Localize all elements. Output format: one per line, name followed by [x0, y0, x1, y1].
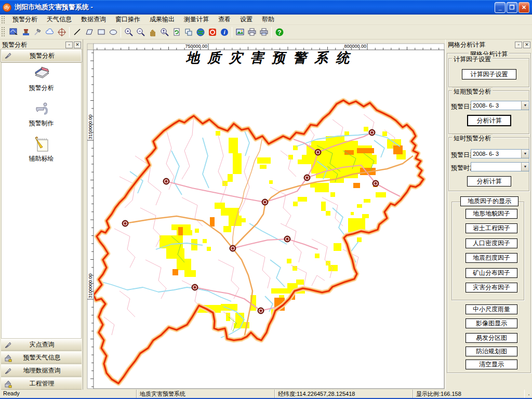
minimize-button[interactable]: _ [495, 2, 506, 13]
pin-icon[interactable]: ▫ [65, 42, 73, 48]
factor-display-header-button[interactable]: 地质因子的显示 [460, 196, 518, 206]
print-icon[interactable] [246, 26, 258, 38]
toolbar-grip[interactable] [1, 26, 5, 38]
left-group-bar[interactable]: 预警分析 [1, 49, 82, 62]
copy-layers-icon[interactable] [182, 26, 194, 38]
menu-window-ops[interactable]: 窗口操作 [111, 14, 145, 25]
short-time-analyze-button[interactable]: 分析计算 [467, 176, 511, 187]
menu-data-query[interactable]: 数据查询 [76, 14, 111, 25]
combo-value: 2008- 6- 3 [471, 101, 521, 110]
combo-value: 2008- 6- 3 [471, 150, 521, 158]
susceptibility-map-button[interactable]: 易发分区图 [466, 333, 517, 343]
menu-weather-info[interactable]: 天气信息 [42, 14, 76, 25]
draw-ellipse-icon[interactable] [107, 26, 119, 38]
short-time-date-combo[interactable]: 2008- 6- 3 ▼ [471, 149, 529, 158]
close-button[interactable]: ✕ [518, 2, 529, 13]
map-select-icon[interactable] [8, 26, 20, 38]
restore-button[interactable]: ❐ [507, 2, 517, 13]
hammer-icon[interactable] [32, 26, 44, 38]
short-time-times-combo[interactable]: ▼ [471, 162, 529, 171]
left-group-title: 预警分析 [12, 51, 81, 60]
chevron-down-icon[interactable]: ▼ [521, 150, 529, 158]
image-display-button[interactable]: 影像图显示 [466, 318, 517, 328]
menu-measure-calc[interactable]: 测量计算 [179, 14, 214, 25]
rainfall-button[interactable]: 中小尺度雨量 [466, 304, 517, 314]
center-target-icon[interactable] [56, 26, 68, 38]
left-sidebar: 预警分析 ▫ ✕ 预警分析 预警分析 预警制作 [0, 39, 83, 390]
sidebar-item-project-mgmt[interactable]: 工程管理 [1, 378, 82, 390]
sidebar-item-disaster-query[interactable]: 灾点查询 [1, 339, 82, 351]
seismic-factor-button[interactable]: 地震烈度因子 [466, 253, 517, 263]
sidebar-bar-label: 灾点查询 [12, 340, 82, 349]
menu-warning-analysis[interactable]: 预警分析 [8, 14, 42, 25]
chevron-down-icon[interactable]: ▼ [521, 101, 529, 110]
toolbar-separator [121, 27, 121, 37]
tools-icon [4, 380, 12, 388]
chevron-down-icon[interactable]: ▼ [521, 163, 529, 171]
menu-grip[interactable] [1, 16, 5, 23]
menu-view[interactable]: 查看 [214, 14, 235, 25]
map-canvas[interactable]: 750000.00800000.003150000.003100000.00地 … [83, 39, 445, 390]
sidebar-bar-label: 预警天气信息 [12, 353, 82, 362]
print-setup-icon[interactable] [258, 26, 270, 38]
menu-help[interactable]: 帮助 [257, 14, 279, 25]
sidebar-item-geodata-query[interactable]: 地理数据查询 [1, 365, 82, 377]
zoom-in-icon[interactable] [123, 26, 135, 38]
sidebar-item-warning-making[interactable]: 预警制作 [2, 100, 81, 128]
mine-factor-button[interactable]: 矿山分布因子 [466, 268, 517, 278]
resize-grip[interactable] [525, 390, 532, 398]
sidebar-item-aux-plotting[interactable]: 辅助标绘 [2, 136, 81, 163]
menu-result-output[interactable]: 成果输出 [145, 14, 179, 25]
map-title: 地 质 灾 害 预 警 系 统 [185, 50, 352, 65]
app-icon: dy [3, 3, 11, 12]
cloud-icon[interactable] [44, 26, 56, 38]
info-icon[interactable]: i [218, 26, 230, 38]
status-bar: Ready 地质灾害预警系统 经纬度:114.226457,28.125418 … [0, 390, 532, 398]
short-term-title: 短期预警分析 [452, 87, 493, 96]
svg-text:?: ? [277, 29, 281, 36]
clear-display-button[interactable]: 清空显示 [466, 360, 517, 369]
sidebar-item-warning-analysis[interactable]: 预警分析 [2, 65, 81, 92]
short-time-title: 短时预警分析 [452, 134, 493, 143]
draw-line-icon[interactable] [71, 26, 83, 38]
close-icon[interactable]: ✕ [74, 42, 81, 48]
map-viewport[interactable]: 750000.00800000.003150000.003100000.00地 … [83, 39, 445, 390]
geotech-factor-button[interactable]: 岩土工程因子 [466, 223, 517, 233]
prevention-plan-button[interactable]: 防治规划图 [466, 347, 517, 356]
help-icon[interactable]: ? [273, 26, 285, 38]
short-term-group: 短期预警分析 [448, 90, 529, 134]
close-icon[interactable]: ✕ [523, 42, 530, 48]
draw-polygon-icon[interactable] [83, 26, 95, 38]
application-window: { "window": { "title": "浏阳市地质灾害预警系统 -", … [0, 0, 532, 399]
sidebar-item-label: 预警制作 [29, 119, 54, 127]
sidebar-item-label: 预警分析 [29, 84, 54, 91]
menu-settings[interactable]: 设置 [235, 14, 257, 25]
stop-icon[interactable] [206, 26, 218, 38]
toolbar: i ? [0, 25, 532, 39]
refresh-icon[interactable] [170, 26, 182, 38]
draw-rectangle-icon[interactable] [95, 26, 107, 38]
stamp-icon[interactable] [20, 26, 32, 38]
map-image-icon[interactable] [234, 26, 246, 38]
short-term-analyze-button[interactable]: 分析计算 [467, 115, 511, 126]
book-icon [32, 65, 51, 83]
quill-icon [4, 51, 12, 60]
title-bar: dy 浏阳市地质灾害预警系统 - _ ❐ ✕ [0, 0, 532, 15]
zoom-out-icon[interactable] [135, 26, 147, 38]
pin-icon[interactable]: ▫ [515, 42, 522, 48]
svg-text:800000.00: 800000.00 [344, 44, 366, 49]
sidebar-item-warning-weather[interactable]: 预警天气信息 [1, 352, 82, 364]
terrain-factor-button[interactable]: 地形地貌因子 [466, 209, 517, 219]
status-system-name: 地质灾害预警系统 [137, 390, 275, 398]
population-factor-button[interactable]: 人口密度因子 [466, 238, 517, 248]
globe-icon[interactable] [194, 26, 206, 38]
factor-setup-button[interactable]: 计算因子设置 [462, 69, 516, 79]
svg-text:3150000.00: 3150000.00 [88, 114, 93, 139]
pan-icon[interactable] [147, 26, 158, 38]
status-scale: 显示比例:166.158 [413, 390, 524, 398]
disaster-factor-button[interactable]: 灾害分布因子 [466, 283, 517, 292]
zoom-extent-icon[interactable] [158, 26, 170, 38]
right-panel-header: 网格分析计算 ▫ ✕ [446, 41, 532, 49]
short-term-date-combo[interactable]: 2008- 6- 3 ▼ [471, 101, 529, 110]
sidebar-bar-label: 工程管理 [12, 379, 82, 388]
